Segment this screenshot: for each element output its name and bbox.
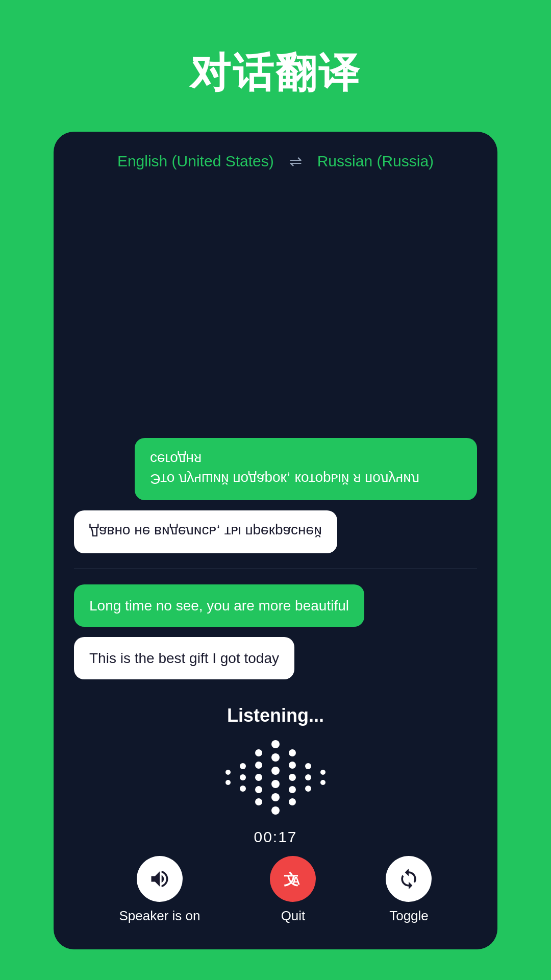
wave-dot bbox=[289, 774, 296, 781]
section-divider bbox=[74, 569, 477, 569]
wave-column bbox=[240, 763, 246, 792]
wave-dot bbox=[255, 798, 262, 805]
waveform bbox=[215, 737, 336, 818]
toggle-label: Toggle bbox=[389, 908, 429, 924]
wave-column bbox=[305, 763, 311, 792]
timer-display: 00:17 bbox=[254, 828, 297, 846]
wave-dot bbox=[255, 762, 262, 769]
wave-dot bbox=[240, 763, 246, 769]
wave-dot bbox=[226, 780, 231, 785]
wave-dot bbox=[226, 770, 231, 775]
wave-dot bbox=[271, 780, 280, 788]
wave-dot bbox=[305, 763, 311, 769]
message-bubble-ru-2: Давно не виделись, ты прекрасней bbox=[74, 510, 337, 553]
wave-dot bbox=[305, 786, 311, 792]
message-text: Это лучший подарок, который я получил се… bbox=[150, 449, 462, 489]
list-item: This is the best gift I got today bbox=[74, 637, 477, 679]
lang-right[interactable]: Russian (Russia) bbox=[317, 153, 434, 170]
wave-dot bbox=[271, 740, 280, 748]
wave-dot bbox=[271, 753, 280, 762]
speaker-control[interactable]: Speaker is on bbox=[119, 856, 201, 924]
quit-control[interactable]: 文 A Quit bbox=[270, 856, 316, 924]
message-text: Long time no see, you are more beautiful bbox=[89, 598, 349, 614]
quit-label: Quit bbox=[281, 908, 306, 924]
swap-icon[interactable]: ⇌ bbox=[289, 152, 302, 170]
quit-button[interactable]: 文 A bbox=[270, 856, 316, 902]
wave-dot bbox=[289, 798, 296, 805]
wave-column bbox=[320, 770, 325, 785]
translate-icon: 文 A bbox=[282, 868, 304, 890]
list-item: Давно не виделись, ты прекрасней bbox=[74, 510, 477, 553]
speaker-icon bbox=[148, 868, 171, 890]
wave-dot bbox=[240, 786, 246, 792]
svg-text:A: A bbox=[292, 874, 300, 887]
speaker-label: Speaker is on bbox=[119, 908, 201, 924]
toggle-button[interactable] bbox=[386, 856, 432, 902]
wave-dot bbox=[255, 749, 262, 756]
upper-messages: Это лучший подарок, который я получил се… bbox=[74, 195, 477, 558]
wave-dot bbox=[305, 774, 311, 780]
lang-left[interactable]: English (United States) bbox=[117, 153, 274, 170]
wave-column bbox=[255, 749, 262, 805]
wave-dot bbox=[289, 749, 296, 756]
wave-dot bbox=[320, 780, 325, 785]
wave-dot bbox=[240, 774, 246, 780]
wave-dot bbox=[255, 786, 262, 793]
bottom-controls: Speaker is on 文 A Quit Toggle bbox=[54, 846, 497, 949]
listening-label: Listening... bbox=[227, 705, 324, 726]
listening-section: Listening... 00:17 bbox=[54, 690, 497, 846]
wave-dot bbox=[271, 767, 280, 775]
message-bubble-en-2: This is the best gift I got today bbox=[74, 637, 294, 679]
wave-dot bbox=[289, 762, 296, 769]
wave-dot bbox=[320, 770, 325, 775]
toggle-control[interactable]: Toggle bbox=[386, 856, 432, 924]
messages-area: Это лучший подарок, который я получил се… bbox=[54, 185, 497, 690]
language-bar: English (United States) ⇌ Russian (Russi… bbox=[54, 132, 497, 185]
wave-dot bbox=[271, 806, 280, 815]
list-item: Это лучший подарок, который я получил се… bbox=[74, 438, 477, 500]
wave-dot bbox=[271, 793, 280, 801]
wave-dot bbox=[289, 786, 296, 793]
wave-column bbox=[271, 740, 280, 815]
message-text: Давно не виделись, ты прекрасней bbox=[89, 522, 322, 542]
list-item: Long time no see, you are more beautiful bbox=[74, 584, 477, 627]
message-bubble-ru-1: Это лучший подарок, который я получил се… bbox=[135, 438, 478, 500]
wave-column bbox=[289, 749, 296, 805]
message-bubble-en-1: Long time no see, you are more beautiful bbox=[74, 584, 364, 627]
lower-messages: Long time no see, you are more beautiful… bbox=[74, 579, 477, 679]
message-text: This is the best gift I got today bbox=[89, 650, 279, 666]
page-title: 对话翻译 bbox=[190, 46, 361, 101]
speaker-button[interactable] bbox=[137, 856, 183, 902]
toggle-icon bbox=[397, 868, 420, 890]
wave-dot bbox=[255, 774, 262, 781]
wave-column bbox=[226, 770, 231, 785]
main-card: English (United States) ⇌ Russian (Russi… bbox=[54, 132, 497, 949]
